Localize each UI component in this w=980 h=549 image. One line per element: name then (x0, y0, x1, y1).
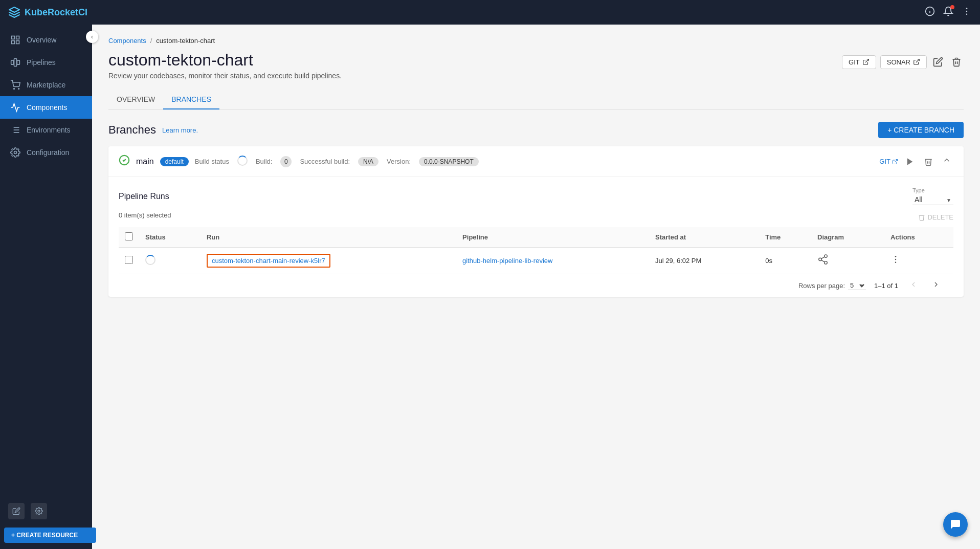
delete-icon (951, 57, 962, 67)
topnav-right (925, 6, 972, 19)
sonar-button[interactable]: SONAR (880, 55, 927, 69)
page-range: 1–1 of 1 (874, 282, 898, 290)
chevron-right-icon (932, 280, 940, 289)
version-label: Version: (387, 158, 411, 165)
components-icon (10, 102, 20, 113)
svg-point-22 (38, 510, 40, 512)
bulk-delete-button[interactable]: DELETE (918, 213, 953, 221)
th-time: Time (759, 227, 811, 248)
diagram-icon[interactable] (817, 257, 829, 267)
learn-more-link[interactable]: Learn more. (162, 126, 198, 134)
settings-icon-bottom[interactable] (31, 503, 47, 519)
create-resource-button[interactable]: + CREATE RESOURCE (4, 528, 96, 543)
chat-icon (949, 518, 962, 531)
breadcrumb-parent[interactable]: Components (108, 37, 146, 45)
chevron-up-icon (942, 156, 951, 165)
sidebar-item-marketplace[interactable]: Marketplace (0, 74, 92, 96)
create-branch-button[interactable]: + CREATE BRANCH (878, 122, 964, 138)
type-select-wrapper: All Build Review (912, 194, 953, 205)
run-cell-highlight: custom-tekton-chart-main-review-k5lr7 (207, 254, 330, 268)
trash-icon (924, 157, 933, 166)
play-button[interactable] (903, 155, 917, 168)
tabs: OVERVIEW BRANCHES (108, 90, 964, 109)
notifications-icon[interactable] (943, 6, 953, 19)
chevron-left-icon (909, 280, 918, 289)
successful-build-value: N/A (358, 157, 378, 166)
breadcrumb: Components / custom-tekton-chart (108, 37, 964, 45)
sidebar-collapse-button[interactable]: ‹ (86, 31, 98, 43)
td-diagram (811, 248, 884, 274)
svg-rect-7 (16, 36, 19, 39)
sidebar: ‹ Overview Pipelines Marketplace Compone… (0, 25, 92, 549)
info-icon[interactable] (925, 6, 935, 19)
rows-select-wrapper: 5 10 25 (848, 281, 866, 290)
type-select[interactable]: All Build Review (912, 194, 953, 205)
chat-fab[interactable] (943, 512, 968, 537)
td-started-at: Jul 29, 6:02 PM (649, 248, 759, 274)
branch-expand-button[interactable] (940, 153, 953, 169)
table-header-row: Status Run Pipeline Started at Time Diag… (119, 227, 953, 248)
edit-icon-bottom[interactable] (8, 503, 25, 519)
build-count: 0 (280, 156, 292, 167)
svg-point-4 (966, 10, 968, 12)
row-checkbox[interactable] (125, 256, 133, 264)
git-button[interactable]: GIT (842, 55, 876, 69)
next-page-button[interactable] (929, 279, 943, 292)
topnav-left: KubeRocketCI (8, 6, 87, 18)
branches-header: Branches Learn more. + CREATE BRANCH (108, 122, 964, 138)
sidebar-item-configuration[interactable]: Configuration (0, 141, 92, 164)
environments-icon (10, 125, 20, 135)
branch-git-label: GIT (879, 158, 890, 165)
page-subtitle: Review your codebases, monitor their sta… (108, 72, 964, 80)
edit-button[interactable] (931, 55, 945, 69)
edit-icon (933, 57, 943, 67)
pipeline-runs-title: Pipeline Runs (119, 192, 169, 201)
sidebar-item-pipelines[interactable]: Pipelines (0, 51, 92, 74)
run-link[interactable]: custom-tekton-chart-main-review-k5lr7 (212, 257, 325, 265)
branch-delete-button[interactable] (922, 155, 935, 168)
branch-default-badge: default (160, 157, 189, 166)
delete-page-button[interactable] (949, 55, 964, 69)
app-name: KubeRocketCI (25, 7, 87, 18)
delete-bulk-icon (918, 214, 925, 221)
branches-title-row: Branches Learn more. (108, 123, 198, 137)
table-row: custom-tekton-chart-main-review-k5lr7 gi… (119, 248, 953, 274)
more-menu-icon[interactable] (962, 6, 972, 19)
build-status-label: Build status (195, 158, 229, 165)
branch-meta: Build status Build: 0 Successful build: … (195, 156, 874, 167)
svg-line-26 (895, 159, 898, 162)
rows-per-page-select[interactable]: 5 10 25 (848, 281, 866, 290)
build-status-spinner (237, 156, 248, 167)
select-all-checkbox[interactable] (125, 232, 133, 240)
sidebar-item-components[interactable]: Components (0, 96, 92, 119)
sidebar-item-overview[interactable]: Overview (0, 29, 92, 51)
tab-overview[interactable]: OVERVIEW (108, 90, 163, 109)
row-more-icon[interactable] (890, 256, 901, 267)
sonar-label: SONAR (887, 58, 910, 66)
prev-page-button[interactable] (906, 279, 921, 292)
svg-rect-10 (11, 60, 14, 64)
version-value: 0.0.0-SNAPSHOT (419, 157, 479, 166)
svg-point-34 (895, 259, 897, 260)
external-link-icon-2 (913, 58, 920, 65)
sidebar-item-label: Overview (27, 36, 56, 44)
app-logo[interactable]: KubeRocketCI (8, 6, 87, 18)
branch-actions: GIT (879, 153, 953, 169)
pipelines-icon (10, 57, 20, 68)
svg-point-21 (14, 151, 17, 154)
branch-card: main default Build status Build: 0 Succe… (108, 146, 964, 297)
delete-label: DELETE (927, 213, 953, 221)
tab-branches[interactable]: BRANCHES (163, 90, 219, 109)
notification-dot (950, 5, 954, 9)
th-pipeline: Pipeline (456, 227, 649, 248)
breadcrumb-separator: / (150, 37, 152, 45)
th-checkbox (119, 227, 139, 248)
td-actions (884, 248, 953, 274)
svg-point-5 (966, 13, 968, 15)
pipeline-link[interactable]: github-helm-pipeline-lib-review (462, 257, 552, 265)
th-status: Status (139, 227, 201, 248)
sidebar-item-environments[interactable]: Environments (0, 119, 92, 141)
svg-point-29 (819, 258, 822, 261)
svg-point-30 (825, 261, 828, 265)
branch-git-link[interactable]: GIT (879, 158, 898, 165)
